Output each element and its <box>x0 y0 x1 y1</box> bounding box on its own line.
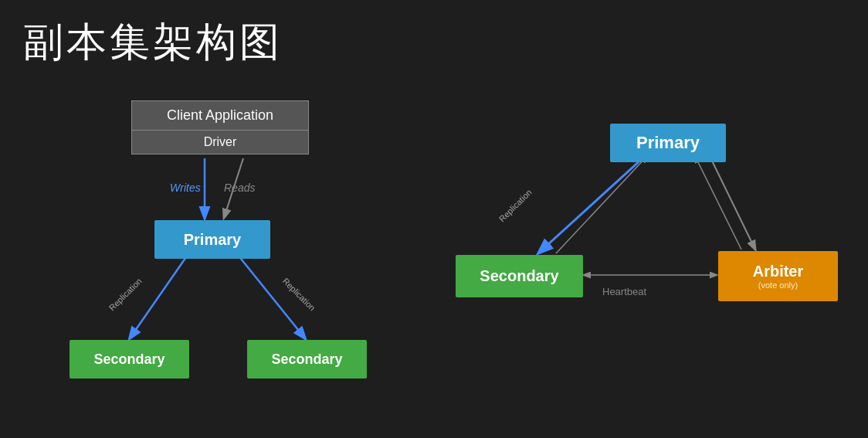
arbiter-label: Arbiter <box>753 263 804 280</box>
replication-label-left1: Replication <box>107 277 144 313</box>
replication-label-right: Replication <box>497 188 534 224</box>
client-application-box: Client Application Driver <box>131 100 309 154</box>
svg-line-7 <box>695 156 741 250</box>
driver-label: Driver <box>132 131 308 154</box>
svg-line-6 <box>556 156 647 253</box>
replication-label-left2: Replication <box>281 277 317 313</box>
primary-node-right: Primary <box>610 124 726 162</box>
writes-label: Writes <box>170 182 201 194</box>
svg-line-5 <box>709 154 755 250</box>
left-diagram: Client Application Driver Writes Reads P… <box>62 100 386 425</box>
reads-label: Reads <box>224 182 255 194</box>
client-application-label: Client Application <box>132 101 308 131</box>
secondary-node-left2: Secondary <box>247 340 367 379</box>
heartbeat-label: Heartbeat <box>602 286 646 297</box>
secondary-node-right: Secondary <box>456 255 583 297</box>
svg-line-2 <box>130 255 188 338</box>
svg-line-4 <box>539 158 643 253</box>
secondary-node-left1: Secondary <box>70 340 189 379</box>
primary-node-left: Primary <box>154 220 270 259</box>
arbiter-sub-label: (vote only) <box>758 280 798 290</box>
page-title: 副本集架构图 <box>23 15 283 70</box>
right-diagram: Primary Replication Secondary Heartbeat … <box>432 100 849 425</box>
arbiter-node: Arbiter (vote only) <box>718 251 838 301</box>
